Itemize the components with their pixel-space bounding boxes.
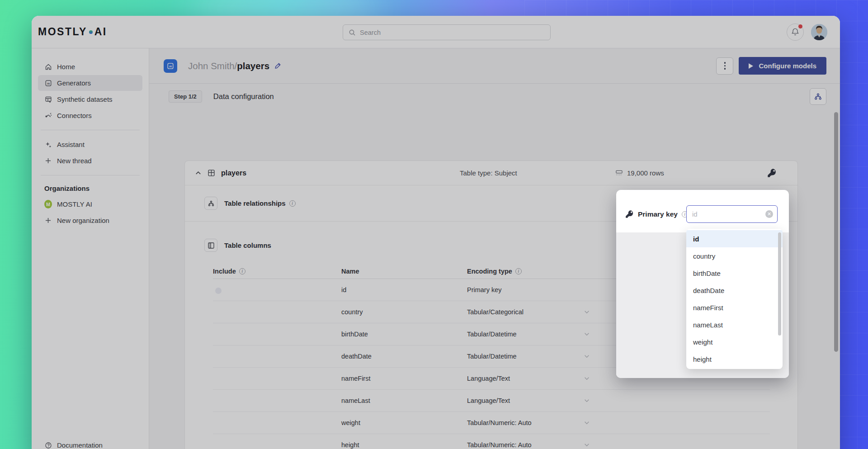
key-icon — [625, 210, 634, 218]
primary-key-option[interactable]: nameLast — [686, 316, 783, 333]
primary-key-popover: Primary key i ✕ idcountrybirthDatedeathD… — [616, 190, 789, 378]
primary-key-option[interactable]: height — [686, 350, 783, 368]
primary-key-option[interactable]: country — [686, 247, 783, 265]
primary-key-option[interactable]: nameFirst — [686, 299, 783, 316]
primary-key-option[interactable]: weight — [686, 333, 783, 350]
desktop-background: MOSTLY AI — [0, 0, 868, 449]
primary-key-input-wrap: ✕ — [686, 205, 778, 223]
primary-key-label: Primary key — [638, 210, 678, 218]
primary-key-options-list: idcountrybirthDatedeathDatenameFirstname… — [686, 229, 783, 369]
dropdown-scrollbar[interactable] — [778, 232, 781, 336]
primary-key-option[interactable]: deathDate — [686, 282, 783, 299]
primary-key-option[interactable]: id — [686, 230, 783, 247]
clear-input-icon[interactable]: ✕ — [765, 210, 773, 218]
primary-key-option[interactable]: birthDate — [686, 265, 783, 282]
options-container: idcountrybirthDatedeathDatenameFirstname… — [686, 230, 783, 368]
primary-key-input[interactable] — [692, 210, 765, 218]
